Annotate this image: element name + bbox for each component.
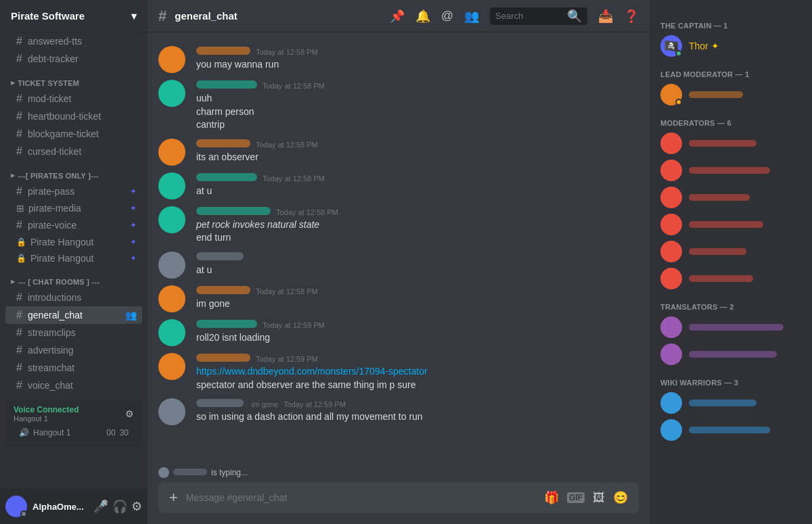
member-row-translator[interactable]: [655, 341, 807, 368]
category-ticket-system[interactable]: ▸ TICKET SYSTEM: [0, 68, 148, 90]
member-row-mod[interactable]: [655, 184, 807, 211]
help-icon[interactable]: ❓: [624, 9, 639, 24]
member-row-mod[interactable]: [655, 265, 807, 292]
channel-item-voice-chat[interactable]: # voice_chat: [5, 377, 142, 394]
member-name-blurred: [689, 219, 763, 230]
voice-channel-name: Hangout 1: [14, 414, 78, 423]
channel-item-mod-ticket[interactable]: # mod-ticket: [5, 90, 142, 108]
message-link[interactable]: https://www.dndbeyond.com/monsters/17094…: [196, 366, 428, 377]
member-avatar: [660, 316, 682, 338]
message-text: its an observer: [196, 151, 639, 164]
settings-icon[interactable]: ⚙: [131, 499, 142, 514]
avatar: [158, 398, 185, 425]
channel-name: pirate-media: [28, 203, 81, 214]
channel-name: answered-tts: [28, 36, 82, 47]
message-timestamp: Today at 12:59 PM: [284, 400, 346, 408]
online-status-dot: [675, 50, 682, 57]
input-icons: 🎁 GIF 🖼 😊: [544, 490, 628, 505]
member-category-lead-mod: LEAD MODERATOR — 1: [660, 70, 801, 78]
hash-icon: #: [16, 185, 22, 197]
mute-icon[interactable]: 🎤: [93, 499, 108, 514]
headphone-icon[interactable]: 🎧: [112, 499, 127, 514]
channel-item-streamclips[interactable]: # streamclips: [5, 324, 142, 341]
category-pirates-only[interactable]: ▸ ---[ PIRATES ONLY ]---: [0, 160, 148, 183]
member-row-translator[interactable]: [655, 314, 807, 341]
members-list-icon[interactable]: 👥: [464, 9, 479, 24]
message-meta: Today at 12:58 PM: [196, 285, 639, 296]
member-name-blurred: [689, 192, 750, 203]
message-text: at u: [196, 185, 639, 198]
hash-icon: #: [16, 344, 22, 356]
hangout-row: 🔊 Hangout 1 00 30: [14, 425, 134, 440]
member-row-wiki[interactable]: [655, 416, 807, 444]
search-input[interactable]: [495, 11, 563, 21]
channel-name: voice_chat: [28, 380, 73, 391]
add-button[interactable]: +: [169, 482, 178, 513]
message-input-container: + 🎁 GIF 🖼 😊: [158, 482, 639, 513]
member-row-wiki[interactable]: [655, 389, 807, 416]
channel-item-pirate-hangout-2[interactable]: 🔒 Pirate Hangout ✦: [5, 250, 142, 266]
channel-name: blockgame-ticket: [28, 128, 99, 139]
message-input[interactable]: [186, 485, 536, 510]
channel-item-streamchat[interactable]: # streamchat: [5, 359, 142, 377]
online-status-dot: [675, 99, 682, 105]
member-row-thor[interactable]: 🏴‍☠️ Thor ✦: [655, 32, 807, 59]
message-content: im gone Today at 12:59 PM so im using a …: [196, 398, 639, 425]
channel-item-pirate-media[interactable]: ⊞ pirate-media ✦: [5, 200, 142, 216]
star-icon: ✦: [130, 237, 137, 247]
member-name-blurred: [689, 322, 784, 333]
channel-name: advertising: [28, 345, 74, 356]
channel-item-blockgame-ticket[interactable]: # blockgame-ticket: [5, 125, 142, 143]
pin-icon[interactable]: 📌: [390, 9, 405, 24]
member-row-lead-mod[interactable]: [655, 81, 807, 108]
channel-item-answered-tts[interactable]: # answered-tts: [5, 32, 142, 50]
search-bar[interactable]: 🔍: [490, 7, 587, 25]
message-meta: Today at 12:58 PM: [196, 206, 639, 217]
gif-icon[interactable]: GIF: [567, 492, 585, 503]
channel-item-cursed-ticket[interactable]: # cursed-ticket: [5, 143, 142, 160]
channel-item-pirate-pass[interactable]: # pirate-pass ✦: [5, 183, 142, 200]
channel-item-debt-tracker[interactable]: # debt-tracker: [5, 50, 142, 68]
count-users: 00: [106, 428, 115, 437]
message-text: pet rock invokes natural state: [196, 218, 639, 232]
member-row-mod[interactable]: [655, 130, 807, 157]
category-chat-rooms[interactable]: ▸ --- [ CHAT ROOMS ] ---: [0, 266, 148, 289]
gift-icon[interactable]: 🎁: [544, 490, 559, 505]
member-row-mod[interactable]: [655, 211, 807, 238]
channel-name: cursed-ticket: [28, 146, 81, 157]
avatar: [158, 285, 185, 312]
category-chevron: ▸: [11, 277, 15, 286]
member-name-blurred: [689, 425, 770, 435]
message-content: Today at 12:59 PM roll20 isnt loading: [196, 319, 639, 346]
channel-item-introductions[interactable]: # introductions: [5, 289, 142, 306]
sticker-icon[interactable]: 🖼: [593, 491, 605, 505]
hash-icon: #: [16, 110, 22, 122]
message-content: Today at 12:58 PM im gone: [196, 285, 639, 312]
notification-icon[interactable]: 🔔: [415, 9, 430, 24]
category-chevron: ▸: [11, 78, 15, 87]
member-avatar: [660, 419, 682, 441]
username-display: [196, 285, 250, 296]
member-row-mod[interactable]: [655, 157, 807, 184]
channel-item-advertising[interactable]: # advertising: [5, 341, 142, 359]
voice-settings-icon[interactable]: ⚙: [125, 408, 134, 419]
emoji-icon[interactable]: 😊: [613, 490, 628, 505]
server-header[interactable]: Pirate Software ▾: [0, 0, 148, 32]
member-avatar: [660, 133, 682, 154]
server-chevron[interactable]: ▾: [131, 10, 137, 22]
message-text: spectator and observer are the same thin…: [196, 379, 639, 392]
channel-item-pirate-hangout-1[interactable]: 🔒 Pirate Hangout ✦: [5, 234, 142, 250]
member-avatar: 🏴‍☠️: [660, 35, 682, 57]
channel-item-heartbound-ticket[interactable]: # heartbound-ticket: [5, 108, 142, 125]
channel-name: general_chat: [28, 310, 83, 320]
members-icon: 👥: [125, 310, 137, 320]
member-category-translators: TRANSLATORS — 2: [660, 303, 801, 311]
member-row-mod[interactable]: [655, 238, 807, 265]
channel-item-general-chat[interactable]: # general_chat 👥: [5, 306, 142, 324]
inbox-icon[interactable]: 📥: [598, 9, 613, 24]
channel-item-pirate-voice[interactable]: # pirate-voice ✦: [5, 216, 142, 234]
at-icon[interactable]: @: [441, 9, 453, 23]
message-text: cantrip: [196, 118, 639, 132]
category-label: TICKET SYSTEM: [18, 79, 79, 87]
hash-icon: #: [16, 327, 22, 339]
